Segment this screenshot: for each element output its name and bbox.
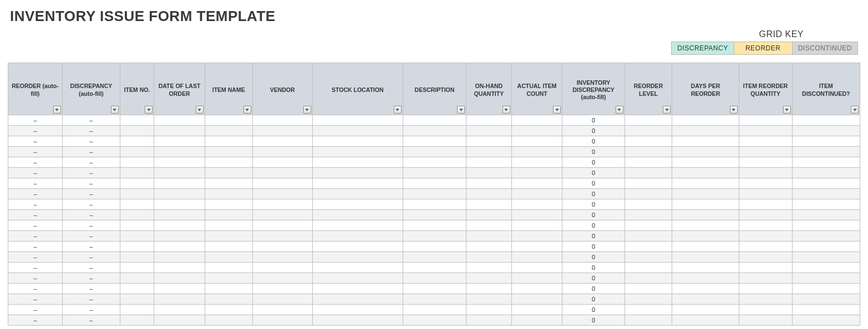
cell-reorder_level[interactable] bbox=[625, 168, 672, 178]
cell-actual[interactable] bbox=[511, 263, 562, 273]
cell-onhand[interactable] bbox=[466, 157, 512, 168]
cell-reorder[interactable]: – bbox=[8, 284, 63, 294]
filter-dropdown-icon[interactable] bbox=[243, 106, 251, 114]
cell-description[interactable] bbox=[403, 263, 466, 273]
cell-reorder_level[interactable] bbox=[625, 210, 672, 220]
cell-description[interactable] bbox=[403, 126, 466, 136]
cell-vendor[interactable] bbox=[252, 284, 312, 294]
cell-onhand[interactable] bbox=[466, 241, 512, 252]
cell-inv_discrepancy[interactable]: 0 bbox=[562, 210, 625, 220]
cell-item_name[interactable] bbox=[205, 147, 252, 157]
cell-onhand[interactable] bbox=[466, 231, 512, 241]
cell-reorder_level[interactable] bbox=[625, 315, 672, 326]
cell-item_no[interactable] bbox=[120, 305, 154, 315]
cell-inv_discrepancy[interactable]: 0 bbox=[562, 263, 625, 273]
cell-onhand[interactable] bbox=[466, 284, 512, 294]
cell-actual[interactable] bbox=[511, 284, 562, 294]
cell-actual[interactable] bbox=[511, 294, 562, 305]
cell-discrepancy[interactable]: – bbox=[62, 178, 120, 189]
cell-location[interactable] bbox=[312, 157, 403, 168]
cell-reorder_level[interactable] bbox=[625, 136, 672, 147]
cell-discontinued[interactable] bbox=[792, 147, 860, 157]
filter-dropdown-icon[interactable] bbox=[394, 106, 402, 114]
cell-description[interactable] bbox=[403, 252, 466, 263]
cell-location[interactable] bbox=[312, 168, 403, 178]
cell-discrepancy[interactable]: – bbox=[62, 252, 120, 263]
filter-dropdown-icon[interactable] bbox=[457, 106, 465, 114]
cell-item_no[interactable] bbox=[120, 126, 154, 136]
cell-vendor[interactable] bbox=[252, 178, 312, 189]
filter-dropdown-icon[interactable] bbox=[53, 106, 61, 114]
cell-date[interactable] bbox=[154, 189, 205, 199]
cell-inv_discrepancy[interactable]: 0 bbox=[562, 231, 625, 241]
cell-days[interactable] bbox=[672, 168, 739, 178]
cell-item_no[interactable] bbox=[120, 157, 154, 168]
cell-discontinued[interactable] bbox=[792, 157, 860, 168]
cell-item_no[interactable] bbox=[120, 136, 154, 147]
cell-actual[interactable] bbox=[511, 241, 562, 252]
cell-onhand[interactable] bbox=[466, 273, 512, 284]
cell-item_no[interactable] bbox=[120, 147, 154, 157]
cell-reorder_qty[interactable] bbox=[739, 199, 792, 210]
cell-item_no[interactable] bbox=[120, 284, 154, 294]
cell-discontinued[interactable] bbox=[792, 210, 860, 220]
cell-description[interactable] bbox=[403, 189, 466, 199]
cell-actual[interactable] bbox=[511, 252, 562, 263]
cell-actual[interactable] bbox=[511, 305, 562, 315]
cell-days[interactable] bbox=[672, 294, 739, 305]
cell-item_no[interactable] bbox=[120, 294, 154, 305]
cell-reorder_qty[interactable] bbox=[739, 305, 792, 315]
cell-date[interactable] bbox=[154, 168, 205, 178]
cell-days[interactable] bbox=[672, 147, 739, 157]
cell-description[interactable] bbox=[403, 157, 466, 168]
cell-inv_discrepancy[interactable]: 0 bbox=[562, 241, 625, 252]
cell-reorder[interactable]: – bbox=[8, 241, 63, 252]
cell-date[interactable] bbox=[154, 157, 205, 168]
cell-location[interactable] bbox=[312, 199, 403, 210]
cell-inv_discrepancy[interactable]: 0 bbox=[562, 220, 625, 231]
cell-actual[interactable] bbox=[511, 189, 562, 199]
cell-inv_discrepancy[interactable]: 0 bbox=[562, 147, 625, 157]
cell-reorder_level[interactable] bbox=[625, 273, 672, 284]
cell-item_no[interactable] bbox=[120, 220, 154, 231]
cell-vendor[interactable] bbox=[252, 315, 312, 326]
cell-onhand[interactable] bbox=[466, 136, 512, 147]
cell-date[interactable] bbox=[154, 273, 205, 284]
cell-actual[interactable] bbox=[511, 273, 562, 284]
cell-discontinued[interactable] bbox=[792, 126, 860, 136]
cell-onhand[interactable] bbox=[466, 189, 512, 199]
cell-discontinued[interactable] bbox=[792, 220, 860, 231]
cell-description[interactable] bbox=[403, 147, 466, 157]
cell-discrepancy[interactable]: – bbox=[62, 220, 120, 231]
cell-discontinued[interactable] bbox=[792, 136, 860, 147]
filter-dropdown-icon[interactable] bbox=[783, 106, 791, 114]
cell-description[interactable] bbox=[403, 273, 466, 284]
cell-description[interactable] bbox=[403, 231, 466, 241]
cell-item_no[interactable] bbox=[120, 241, 154, 252]
cell-location[interactable] bbox=[312, 252, 403, 263]
cell-reorder[interactable]: – bbox=[8, 315, 63, 326]
cell-vendor[interactable] bbox=[252, 252, 312, 263]
cell-onhand[interactable] bbox=[466, 220, 512, 231]
cell-actual[interactable] bbox=[511, 126, 562, 136]
cell-onhand[interactable] bbox=[466, 147, 512, 157]
cell-reorder_qty[interactable] bbox=[739, 315, 792, 326]
cell-days[interactable] bbox=[672, 305, 739, 315]
cell-inv_discrepancy[interactable]: 0 bbox=[562, 273, 625, 284]
cell-reorder_level[interactable] bbox=[625, 294, 672, 305]
cell-inv_discrepancy[interactable]: 0 bbox=[562, 115, 625, 126]
cell-days[interactable] bbox=[672, 284, 739, 294]
cell-date[interactable] bbox=[154, 126, 205, 136]
cell-discrepancy[interactable]: – bbox=[62, 263, 120, 273]
cell-reorder[interactable]: – bbox=[8, 273, 63, 284]
cell-reorder_qty[interactable] bbox=[739, 294, 792, 305]
cell-discrepancy[interactable]: – bbox=[62, 305, 120, 315]
cell-reorder_level[interactable] bbox=[625, 199, 672, 210]
cell-vendor[interactable] bbox=[252, 241, 312, 252]
cell-discrepancy[interactable]: – bbox=[62, 126, 120, 136]
filter-dropdown-icon[interactable] bbox=[303, 106, 311, 114]
cell-reorder_level[interactable] bbox=[625, 220, 672, 231]
cell-inv_discrepancy[interactable]: 0 bbox=[562, 136, 625, 147]
cell-discontinued[interactable] bbox=[792, 168, 860, 178]
cell-item_name[interactable] bbox=[205, 136, 252, 147]
